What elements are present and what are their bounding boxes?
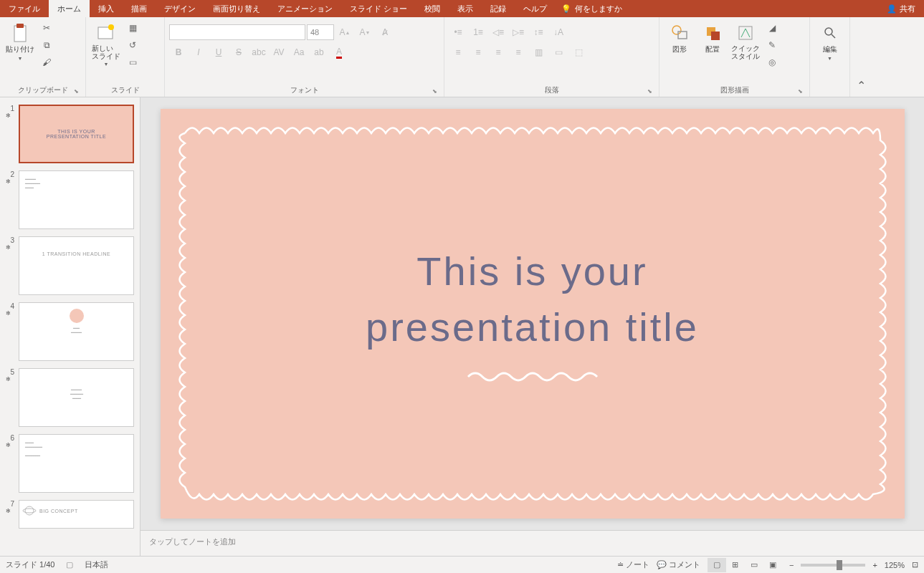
clipboard-dialog-launcher[interactable]: ⬊ [72,88,80,95]
slide-canvas[interactable]: This is your presentation title [161,109,905,519]
arrange-button[interactable]: 配置 [697,20,728,57]
align-center-button[interactable]: ≡ [469,44,487,60]
clear-formatting-button[interactable]: A̷ [376,24,394,40]
editing-button[interactable]: 編集 ▼ [814,20,845,64]
shape-fill-button[interactable]: ◢ [763,20,781,36]
thumbnail-6[interactable]: ━━━━━━━━━━━━━━━━━━━ [19,434,134,493]
decrease-font-button[interactable]: A▼ [356,24,374,40]
tab-view[interactable]: 表示 [449,0,482,18]
language-indicator[interactable]: 日本語 [85,559,108,570]
bullets-button[interactable]: •≡ [449,24,467,40]
sorter-view-button[interactable]: ⊞ [726,558,745,572]
shape-outline-button[interactable]: ✎ [763,37,781,53]
columns-button[interactable]: ▥ [529,44,548,60]
decrease-indent-button[interactable]: ◁≡ [489,24,508,40]
quick-styles-button[interactable]: クイック スタイル [730,20,761,63]
tab-transitions[interactable]: 画面切り替え [204,0,269,18]
layout-icon: ▦ [129,23,137,33]
copy-icon: ⧉ [44,40,50,50]
fit-to-window-button[interactable]: ⊡ [912,560,918,569]
tab-review[interactable]: 校閲 [416,0,449,18]
reset-button[interactable]: ↺ [123,37,142,53]
numbering-icon: 1≡ [473,27,483,37]
justify-button[interactable]: ≡ [509,44,528,60]
char-spacing-button[interactable]: AV [270,44,288,60]
text-direction-button[interactable]: ↓A [549,24,568,40]
zoom-in-button[interactable]: + [872,561,877,569]
shapes-label: 図形 [672,44,687,54]
notes-toggle[interactable]: ≐ ノート [617,559,649,570]
format-painter-button[interactable]: 🖌 [37,54,56,70]
font-size-combo[interactable]: 48 [307,24,334,40]
reading-view-button[interactable]: ▭ [745,558,763,572]
avatar-icon [70,309,84,323]
tell-me[interactable]: 💡 何をしますか [561,4,622,14]
tab-slideshow[interactable]: スライド ショー [341,0,416,18]
workspace: 1✻ THIS IS YOUR PRESENTATION TITLE 2✻ ━━… [0,97,924,556]
layout-button[interactable]: ▦ [123,20,142,36]
tab-insert[interactable]: 挿入 [90,0,123,18]
smartart-button[interactable]: ⬚ [569,44,588,60]
numbering-button[interactable]: 1≡ [469,24,487,40]
zoom-slider[interactable] [801,564,865,567]
align-left-button[interactable]: ≡ [449,44,467,60]
font-dialog-launcher[interactable]: ⬊ [431,88,438,95]
tab-home[interactable]: ホーム [49,0,90,18]
shape-effects-button[interactable]: ◎ [763,54,781,70]
slideshow-view-button[interactable]: ▣ [763,558,782,572]
strikethrough-button[interactable]: S [229,44,248,60]
thumb-content: ━━━━━━━━ [19,324,133,336]
notes-pane[interactable]: タップしてノートを追加 [140,530,924,556]
shapes-button[interactable]: 図形 [664,20,695,57]
outline-icon: ✎ [768,40,776,50]
tab-record[interactable]: 記録 [482,0,515,18]
slide-thumbnails[interactable]: 1✻ THIS IS YOUR PRESENTATION TITLE 2✻ ━━… [0,97,140,556]
arrange-label: 配置 [705,44,720,54]
paragraph-dialog-launcher[interactable]: ⬊ [646,88,653,95]
align-right-button[interactable]: ≡ [489,44,508,60]
normal-view-button[interactable]: ▢ [708,558,726,572]
thumbnail-4[interactable]: ━━━━━━━━ [19,302,134,361]
tab-help[interactable]: ヘルプ [515,0,556,18]
highlight-button[interactable]: ab [310,44,328,60]
shadow-button[interactable]: abc [249,44,268,60]
thumbnail-1[interactable]: THIS IS YOUR PRESENTATION TITLE [19,105,134,163]
canvas-area[interactable]: This is your presentation title [140,97,924,530]
tab-draw[interactable]: 描画 [123,0,156,18]
increase-font-button[interactable]: A▲ [335,24,354,40]
copy-button[interactable]: ⧉ [37,37,56,53]
svg-rect-0 [14,26,26,42]
comments-toggle-label: コメント [669,560,700,569]
thumbnail-3[interactable]: 1 TRANSITION HEADLINE [19,236,134,295]
paste-button[interactable]: 貼り付け ▼ [4,20,36,64]
align-text-button[interactable]: ▭ [549,44,568,60]
font-name-combo[interactable] [169,24,305,40]
tab-design[interactable]: デザイン [156,0,204,18]
zoom-level[interactable]: 125% [885,561,905,569]
zoom-handle[interactable] [837,560,842,570]
reset-icon: ↺ [129,40,136,50]
tab-animations[interactable]: アニメーション [269,0,341,18]
status-bar: スライド 1/40 ▢ 日本語 ≐ ノート 💬 コメント ▢ ⊞ ▭ ▣ − +… [0,556,924,573]
drawing-dialog-launcher[interactable]: ⬊ [796,88,804,95]
change-case-button[interactable]: Aa [290,44,308,60]
cut-button[interactable]: ✂ [37,20,56,36]
share-button[interactable]: 👤 共有 [887,4,915,14]
new-slide-button[interactable]: 新しい スライド ▼ [90,20,122,69]
thumbnail-7[interactable]: BIG CONCEPT [19,500,134,529]
spellcheck-icon[interactable]: ▢ [66,560,73,569]
comments-toggle[interactable]: 💬 コメント [657,559,700,570]
thumbnail-5[interactable]: ━━━━━━━━━━━━━━━ [19,368,134,427]
thumbnail-2[interactable]: ━━━━━━━━━━━━━━━━ [19,170,134,229]
bold-button[interactable]: B [169,44,188,60]
italic-button[interactable]: I [189,44,208,60]
increase-indent-button[interactable]: ▷≡ [509,24,528,40]
underline-button[interactable]: U [209,44,228,60]
zoom-out-button[interactable]: − [789,561,794,569]
collapse-ribbon-button[interactable]: ⌃ [850,17,872,97]
tab-file[interactable]: ファイル [0,0,49,18]
section-button[interactable]: ▭ [123,54,142,70]
find-icon [820,23,840,43]
line-spacing-button[interactable]: ↕≡ [529,24,548,40]
font-color-button[interactable]: A [330,44,348,60]
